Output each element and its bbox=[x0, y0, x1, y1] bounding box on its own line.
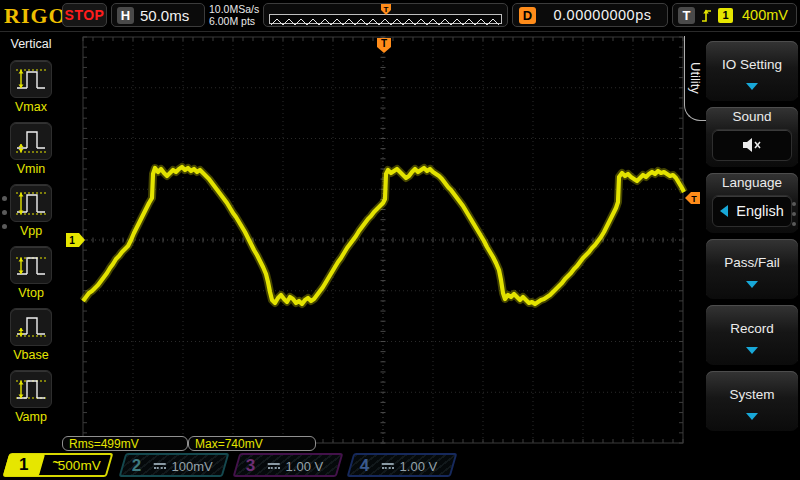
trigger-t-icon: T bbox=[678, 7, 695, 24]
channel-4-status[interactable]: 4 1.00 V bbox=[347, 453, 458, 477]
waveform-position-preview[interactable]: T bbox=[263, 3, 508, 27]
chevron-down-icon bbox=[746, 347, 758, 354]
vbase-measure-icon bbox=[14, 312, 48, 342]
sidebar-item-vmax[interactable]: Vmax bbox=[0, 60, 62, 114]
channel-1-badge: 1 bbox=[3, 454, 45, 476]
vmin-measure-icon bbox=[14, 126, 48, 156]
graticule bbox=[83, 37, 683, 443]
trigger-status-box[interactable]: T 1 400mV bbox=[672, 3, 797, 27]
sidebar-item-vbase[interactable]: Vbase bbox=[0, 308, 62, 362]
chevron-down-icon bbox=[746, 83, 758, 90]
measurement-max: Max=740mV bbox=[188, 436, 316, 451]
delay-d-icon: D bbox=[519, 7, 536, 24]
dc-coupling-icon bbox=[268, 463, 280, 469]
trigger-source-badge: 1 bbox=[718, 8, 733, 23]
horizontal-timebase-box[interactable]: H 50.0ms bbox=[111, 3, 205, 27]
measure-sidebar: Vertical Vmax Vmin bbox=[0, 32, 62, 452]
sample-rate: 10.0MSa/s bbox=[209, 3, 259, 15]
trigger-level-value: 400mV bbox=[742, 7, 788, 23]
chevron-down-icon bbox=[746, 413, 758, 420]
sidebar-title: Vertical bbox=[0, 37, 62, 51]
menu-button-record[interactable]: Record bbox=[706, 305, 798, 365]
channel-3-status[interactable]: 3 1.00 V bbox=[233, 453, 344, 477]
sidebar-page-dots bbox=[2, 196, 7, 229]
chevron-left-icon bbox=[720, 205, 728, 217]
rising-edge-icon bbox=[700, 7, 713, 24]
menu-button-sound[interactable]: Sound bbox=[706, 107, 798, 167]
scope-display: T T 1 bbox=[0, 0, 800, 480]
delay-value: 0.00000000ps bbox=[554, 7, 652, 23]
speaker-muted-icon bbox=[741, 137, 763, 153]
vtop-measure-icon bbox=[14, 250, 48, 280]
dc-coupling-icon bbox=[382, 463, 394, 469]
acquisition-info: 10.0MSa/s 6.00M pts bbox=[209, 3, 259, 27]
ch1-offset-marker[interactable]: 1 bbox=[66, 233, 85, 247]
vamp-measure-icon bbox=[14, 374, 48, 404]
menu-button-io-setting[interactable]: IO Setting bbox=[706, 41, 798, 101]
run-stop-indicator[interactable]: STOP bbox=[62, 3, 107, 27]
channel-2-scale: 100mV bbox=[172, 459, 213, 474]
channel-3-scale: 1.00 V bbox=[286, 459, 324, 474]
memory-depth: 6.00M pts bbox=[209, 15, 259, 27]
channel-1-status[interactable]: 1 ~ 500mV bbox=[3, 453, 114, 477]
oscilloscope-screen: T T 1 RIGOL STOP H 50.0ms 10.0MSa/s 6.00… bbox=[0, 0, 800, 480]
channel-4-scale: 1.00 V bbox=[400, 459, 438, 474]
sidebar-item-vpp[interactable]: Vpp bbox=[0, 184, 62, 238]
ch1-waveform-trace bbox=[83, 167, 684, 304]
language-selector[interactable]: English bbox=[712, 195, 792, 227]
menu-button-system[interactable]: System bbox=[706, 371, 798, 431]
chevron-down-icon bbox=[746, 281, 758, 288]
timebase-value: 50.0ms bbox=[140, 7, 189, 24]
ch1-offset-label: 1 bbox=[69, 235, 75, 246]
preview-trigger-marker-icon: T bbox=[379, 3, 393, 16]
trigger-level-marker[interactable]: T bbox=[685, 192, 700, 204]
menu-button-pass-fail[interactable]: Pass/Fail bbox=[706, 239, 798, 299]
menu-page-dots bbox=[792, 202, 796, 226]
measurement-rms: Rms=499mV bbox=[62, 436, 188, 451]
trigger-delay-box[interactable]: D 0.00000000ps bbox=[512, 3, 668, 27]
ch1-waveform-glow bbox=[83, 167, 684, 304]
horizontal-h-icon: H bbox=[117, 7, 134, 24]
sound-toggle[interactable] bbox=[712, 129, 792, 161]
dc-coupling-icon bbox=[154, 463, 166, 469]
vmax-measure-icon bbox=[14, 64, 48, 94]
channel-2-status[interactable]: 2 100mV bbox=[119, 453, 230, 477]
run-state-label: STOP bbox=[65, 7, 105, 23]
svg-text:T: T bbox=[384, 5, 389, 14]
sidebar-item-vamp[interactable]: Vamp bbox=[0, 370, 62, 424]
menu-tab-utility: Utility bbox=[684, 36, 706, 121]
language-value: English bbox=[736, 203, 784, 219]
trigger-level-label: T bbox=[691, 194, 697, 204]
top-status-bar: RIGOL STOP H 50.0ms 10.0MSa/s 6.00M pts … bbox=[0, 0, 800, 32]
sidebar-item-vtop[interactable]: Vtop bbox=[0, 246, 62, 300]
trigger-position-label: T bbox=[381, 38, 387, 49]
menu-button-language[interactable]: Language English bbox=[706, 173, 798, 233]
trigger-position-marker[interactable]: T bbox=[377, 38, 391, 53]
channel-1-scale: 500mV bbox=[58, 458, 101, 473]
sidebar-item-vmin[interactable]: Vmin bbox=[0, 122, 62, 176]
vpp-measure-icon bbox=[14, 188, 48, 218]
channel-status-bar: 1 ~ 500mV 2 100mV 3 1.00 V 4 1.00 V bbox=[0, 452, 800, 480]
